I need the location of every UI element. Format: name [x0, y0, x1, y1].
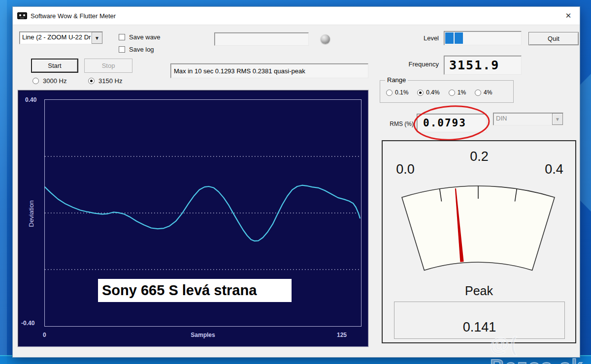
save-wave-label: Save wave [129, 33, 161, 41]
input-device-value: Line (2 - ZOOM U-22 Dr [20, 32, 92, 44]
annotation-caption: Sony 665 S levá strana [98, 279, 292, 302]
input-device-select[interactable]: Line (2 - ZOOM U-22 Dr ▼ [19, 31, 103, 44]
save-wave-checkbox[interactable] [119, 34, 125, 40]
y-axis-bottom-tick: -0.40 [21, 320, 34, 327]
close-icon[interactable]: ✕ [557, 7, 580, 25]
radio-range-1[interactable] [449, 90, 455, 96]
level-label: Level [407, 34, 439, 42]
frequency-label: Frequency [392, 61, 439, 68]
chevron-down-icon: ▼ [552, 113, 563, 125]
save-log-label: Save log [129, 46, 154, 53]
y-axis-top-tick: 0.40 [25, 96, 36, 103]
save-log-checkbox[interactable] [119, 46, 125, 53]
radio-range-0.1[interactable] [386, 90, 393, 96]
level-meter [444, 31, 522, 45]
peak-value-box: 0.141 [394, 302, 565, 339]
wallpaper-facet [0, 0, 7, 364]
rms-display: 0.0793 [417, 114, 487, 132]
range-group: Range 0.1% 0.4% 1% 4% [380, 80, 514, 103]
peak-label: Peak [383, 284, 575, 298]
radio-3150hz[interactable] [88, 78, 95, 84]
x-tick-125: 125 [337, 332, 361, 338]
window-title: Software Wow & Flutter Meter [31, 12, 116, 20]
app-window: Software Wow & Flutter Meter ✕ Line (2 -… [12, 6, 580, 358]
radio-3000hz-label: 3000 Hz [43, 77, 66, 85]
frequency-display: 3151.9 [444, 56, 522, 75]
radio-range-4[interactable] [475, 90, 481, 96]
chevron-down-icon[interactable]: ▼ [92, 32, 102, 44]
start-button[interactable]: Start [31, 59, 78, 73]
radio-range-0.4[interactable] [417, 90, 424, 96]
radio-3150hz-label: 3150 Hz [98, 77, 122, 85]
cassette-app-icon [17, 12, 27, 19]
quit-button[interactable]: Quit [528, 32, 579, 45]
stop-button[interactable]: Stop [84, 59, 132, 73]
peak-meter-panel: 0.0 0.2 0.4 Peak 0.141 [382, 140, 576, 343]
deviation-scope-panel: 0.40 -0.40 Deviation 0 Samples 125 Sony … [18, 90, 368, 347]
analog-gauge [383, 141, 575, 281]
weighting-value: DIN [493, 113, 552, 125]
y-axis-title: Deviation [28, 198, 35, 227]
filename-input[interactable] [214, 32, 309, 46]
desktop: { "window": { "title": "Software Wow & F… [0, 0, 591, 364]
rms-label: RMS (%) [383, 121, 414, 127]
peak-value: 0.141 [394, 320, 564, 335]
x-axis-title: Samples [44, 332, 361, 338]
record-led-indicator [321, 34, 330, 44]
status-readout: Max in 10 sec 0.1293 RMS 0.2381 quasi-pe… [170, 63, 368, 78]
level-segment [445, 32, 454, 44]
weighting-select[interactable]: DIN ▼ [493, 113, 563, 125]
range-legend: Range [385, 76, 408, 84]
title-bar[interactable]: Software Wow & Flutter Meter [13, 7, 580, 25]
radio-3000hz[interactable] [33, 78, 39, 84]
level-segment [455, 32, 463, 44]
